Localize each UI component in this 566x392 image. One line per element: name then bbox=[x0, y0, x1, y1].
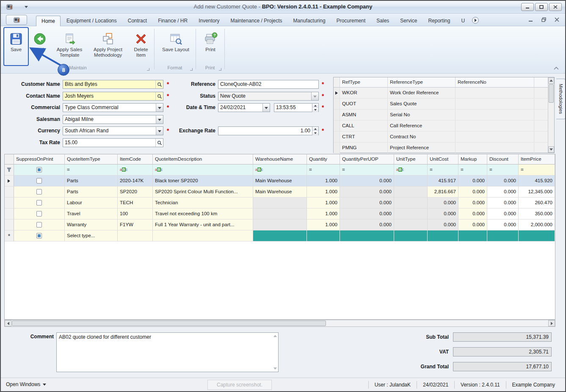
cell-quantity[interactable] bbox=[307, 230, 340, 241]
commercial-dropdown[interactable]: Type Class Commercial bbox=[63, 103, 163, 112]
mdi-minimize-icon[interactable] bbox=[528, 17, 533, 22]
cell-markup[interactable] bbox=[458, 230, 487, 241]
cell-quantity[interactable]: 1.000 bbox=[307, 186, 340, 197]
cell-discount[interactable]: 0.000 bbox=[487, 186, 519, 197]
cell-quantity[interactable]: 1.000 bbox=[307, 197, 340, 208]
cell-quoteitemtype[interactable]: Travel bbox=[65, 208, 118, 219]
tab-home[interactable]: Home bbox=[36, 16, 61, 26]
column-header-warehousename[interactable]: WarehouseName bbox=[253, 154, 307, 164]
text-filter-icon[interactable]: aBc bbox=[255, 164, 263, 175]
apply-project-methodology-button[interactable]: Apply Project Methodology bbox=[88, 28, 128, 58]
column-header-unittype[interactable]: UnitType bbox=[394, 154, 428, 164]
cell-reftype[interactable]: WKOR bbox=[340, 88, 388, 98]
cell-quantity[interactable]: 1.000 bbox=[307, 208, 340, 219]
column-header-unitcost[interactable]: UnitCost bbox=[428, 154, 458, 164]
cell-quantityperuop[interactable]: 0.000 bbox=[340, 208, 394, 219]
cell-markup[interactable]: 0.000 bbox=[458, 219, 487, 230]
cell-quoteitemdescription[interactable] bbox=[153, 230, 253, 241]
cell-reftype[interactable]: CALL bbox=[340, 121, 388, 131]
text-filter-icon[interactable]: aBc bbox=[155, 164, 163, 175]
apply-sales-template-button[interactable]: Apply Sales Template bbox=[52, 28, 86, 58]
cell-warehousename[interactable]: Main Warehouse bbox=[253, 186, 307, 197]
cell-itemprice[interactable] bbox=[519, 230, 555, 241]
cell-quoteitemtype[interactable]: Labour bbox=[65, 197, 118, 208]
application-menu-button[interactable] bbox=[6, 15, 27, 25]
save-layout-button[interactable]: Save Layout bbox=[157, 28, 194, 52]
print-button[interactable]: ? Print bbox=[198, 28, 223, 52]
tab-procurement[interactable]: Procurement bbox=[331, 16, 371, 26]
suppress-on-print-checkbox[interactable] bbox=[36, 233, 42, 238]
filter-cell-quantityperuop[interactable]: = bbox=[340, 164, 394, 175]
cell-itemprice[interactable]: 260.470 bbox=[519, 197, 555, 208]
cell-suppressonprint[interactable] bbox=[14, 186, 65, 197]
filter-cell-unittype[interactable]: aBc bbox=[394, 164, 428, 175]
filter-cell-discount[interactable]: = bbox=[487, 164, 519, 175]
cell-unittype[interactable] bbox=[394, 219, 428, 230]
tab-inventory[interactable]: Inventory bbox=[193, 16, 224, 26]
tab-service[interactable]: Service bbox=[395, 16, 422, 26]
chevron-down-icon[interactable] bbox=[262, 104, 270, 112]
scroll-right-icon[interactable] bbox=[548, 320, 555, 326]
cell-unitcost[interactable]: 415.917 bbox=[428, 175, 458, 186]
filter-cell-unitcost[interactable]: = bbox=[428, 164, 458, 175]
cell-discount[interactable]: 0.000 bbox=[487, 208, 519, 219]
cell-markup[interactable]: 0.000 bbox=[458, 186, 487, 197]
ref-table-row[interactable]: CTRTContract No bbox=[334, 132, 554, 143]
cell-referencetype[interactable]: Work Order Reference bbox=[388, 88, 456, 98]
close-button[interactable] bbox=[549, 3, 562, 11]
column-header-referencetype[interactable]: ReferenceType bbox=[388, 77, 456, 87]
cell-reftype[interactable]: ASMN bbox=[340, 110, 388, 120]
customer-name-field[interactable]: Bits and Bytes bbox=[63, 80, 163, 89]
column-header-quoteitemtype[interactable]: QuoteItemType bbox=[65, 154, 118, 164]
ref-table-row[interactable]: CALLCall Reference bbox=[334, 121, 554, 132]
filter-cell-quoteitemdescription[interactable]: aBc bbox=[153, 164, 253, 175]
text-filter-icon[interactable]: aBc bbox=[120, 164, 127, 175]
cell-unitcost[interactable]: 2,816.667 bbox=[428, 186, 458, 197]
suppress-on-print-checkbox[interactable] bbox=[36, 211, 42, 217]
cell-quantityperuop[interactable]: 0.000 bbox=[340, 197, 394, 208]
cell-quoteitemtype[interactable]: Parts bbox=[65, 175, 118, 186]
cell-unittype[interactable] bbox=[394, 186, 428, 197]
cell-itemprice[interactable]: 350.000 bbox=[519, 208, 555, 219]
group-launcher-icon[interactable] bbox=[219, 68, 221, 71]
cell-warehousename[interactable]: Main Warehouse bbox=[253, 175, 307, 186]
cell-itemcode[interactable]: TECH bbox=[118, 197, 153, 208]
cell-suppressonprint[interactable] bbox=[14, 197, 65, 208]
cell-itemprice[interactable]: 12,345.000 bbox=[519, 186, 555, 197]
cell-markup[interactable]: 0.000 bbox=[458, 175, 487, 186]
cell-quoteitemdescription[interactable]: Travel not exceeding 100 km bbox=[153, 208, 253, 219]
filter-cell-quoteitemtype[interactable]: = bbox=[65, 164, 118, 175]
chevron-down-icon[interactable] bbox=[156, 115, 163, 123]
cell-quoteitemdescription[interactable]: SP2020 Sprint Colour Multi Function... bbox=[153, 186, 253, 197]
tab-u[interactable]: U bbox=[456, 16, 470, 26]
cell-warehousename[interactable] bbox=[253, 197, 307, 208]
cell-quoteitemdescription[interactable]: Black toner SP2020 bbox=[153, 175, 253, 186]
cell-unittype[interactable] bbox=[394, 175, 428, 186]
quote-item-row[interactable]: Travel100Travel not exceeding 100 km1.00… bbox=[5, 208, 555, 219]
cell-warehousename[interactable] bbox=[253, 230, 307, 241]
new-item-row[interactable]: *Select type... bbox=[5, 230, 555, 241]
column-header-referenceno[interactable]: ReferenceNo bbox=[456, 77, 534, 87]
quote-item-row[interactable]: Parts2020-147KBlack toner SP2020Main War… bbox=[5, 175, 555, 186]
ref-table-row[interactable]: ASMNSerial No bbox=[334, 110, 554, 121]
cell-unittype[interactable] bbox=[394, 208, 428, 219]
cell-reftype[interactable]: CTRT bbox=[340, 132, 388, 142]
tab-contract[interactable]: Contract bbox=[123, 16, 152, 26]
maximize-button[interactable] bbox=[535, 3, 548, 11]
cell-unitcost[interactable]: 0.000 bbox=[428, 219, 458, 230]
column-header-quantityperuop[interactable]: QuantityPerUOP bbox=[340, 154, 394, 164]
equals-filter-icon[interactable]: = bbox=[461, 164, 464, 175]
lookup-icon[interactable] bbox=[155, 139, 163, 147]
equals-filter-icon[interactable]: = bbox=[309, 164, 312, 175]
cell-quoteitemdescription[interactable]: Full 1 Year Warranty - unit and part... bbox=[153, 219, 253, 230]
column-header-quoteitemdescription[interactable]: QuoteItemDescription bbox=[153, 154, 253, 164]
cell-quantityperuop[interactable]: 0.000 bbox=[340, 219, 394, 230]
column-header-markup[interactable]: Markup bbox=[458, 154, 487, 164]
column-header-suppressonprint[interactable]: SuppressOnPrint bbox=[14, 154, 65, 164]
ref-table-row[interactable]: QUOTSales Quote bbox=[334, 99, 554, 110]
suppress-on-print-checkbox[interactable] bbox=[36, 178, 42, 184]
filter-cell-suppressonprint[interactable] bbox=[14, 164, 65, 175]
tab-maintenance-projects[interactable]: Maintenance / Projects bbox=[226, 16, 287, 26]
scroll-left-icon[interactable] bbox=[5, 320, 11, 326]
cell-referenceno[interactable] bbox=[456, 88, 534, 98]
